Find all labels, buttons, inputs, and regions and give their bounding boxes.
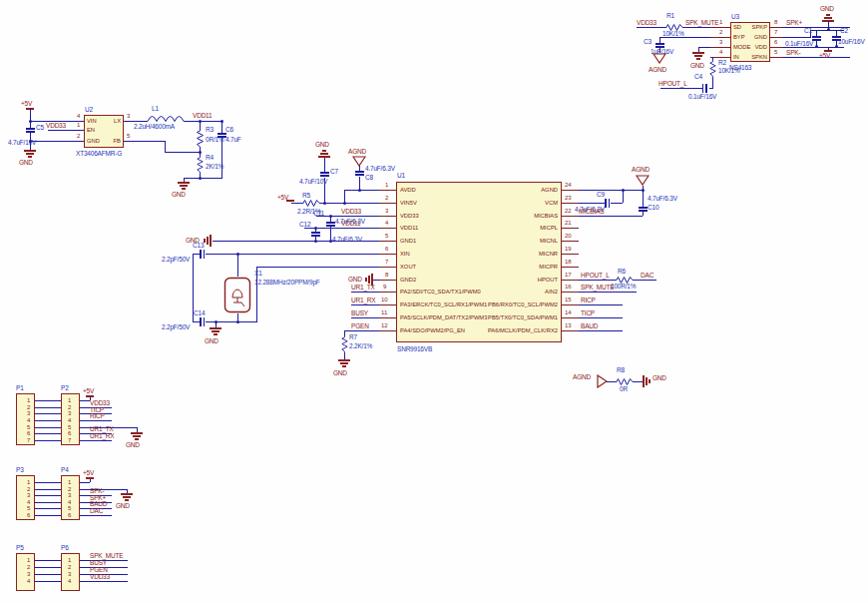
designator-c11: C11: [313, 210, 324, 217]
resistor-r4-icon[interactable]: [197, 156, 204, 174]
designator-c14: C14: [194, 309, 205, 316]
resistor-r3-icon[interactable]: [197, 129, 204, 149]
wire: [80, 420, 112, 421]
pin: [379, 228, 396, 229]
designator-r1: R1: [666, 12, 674, 19]
pin-number: 5: [27, 505, 30, 511]
capacitor-c13-icon[interactable]: [204, 250, 206, 259]
capacitor-c5-icon[interactable]: [26, 128, 35, 130]
value-c8: 4.7uF/6.3V: [365, 165, 395, 172]
resistor-r8-icon[interactable]: [615, 378, 635, 385]
pin: [770, 37, 782, 38]
capacitor-c7-icon[interactable]: [320, 175, 329, 177]
wire: [48, 130, 84, 131]
junction-dot: [835, 45, 838, 48]
connector-p1-body[interactable]: [16, 393, 35, 445]
wire: [35, 433, 61, 434]
designator-r7: R7: [349, 333, 357, 340]
capacitor-c8-icon[interactable]: [355, 171, 364, 173]
pin-number: 7: [774, 29, 777, 35]
junction-dot: [29, 120, 32, 123]
pin-number: 1: [27, 557, 30, 563]
capacitor-c1-icon[interactable]: [812, 36, 821, 38]
wire: [30, 109, 31, 128]
capacitor-c7-icon[interactable]: [320, 172, 329, 174]
net-label-5v: +5V: [277, 194, 288, 201]
inductor-l1-icon[interactable]: [148, 114, 184, 122]
capacitor-c14-icon[interactable]: [204, 317, 206, 326]
net-label-gnd: GND: [315, 141, 329, 148]
wire: [35, 508, 61, 509]
gnd-symbol-icon: [131, 432, 143, 434]
pin: [562, 203, 579, 204]
wire: [35, 482, 61, 483]
pin: [562, 216, 579, 217]
capacitor-c4-icon[interactable]: [705, 84, 707, 93]
capacitor-c14-icon[interactable]: [200, 317, 202, 326]
pin-number: 1: [68, 397, 71, 403]
connector-p5-body[interactable]: [16, 553, 35, 591]
pin: [379, 203, 396, 204]
net-label-agnd: AGND: [649, 66, 666, 73]
pin-number: 17: [565, 272, 572, 278]
agnd-symbol-icon: [352, 156, 366, 167]
gnd-symbol-icon: [646, 377, 648, 385]
resistor-r7-icon[interactable]: [341, 335, 348, 353]
pin-number: 8: [774, 19, 777, 25]
wire: [165, 141, 166, 152]
crystal-x1-icon[interactable]: [223, 277, 251, 313]
wire: [316, 216, 379, 217]
pin-name: VIN5V: [400, 200, 417, 206]
wire: [213, 241, 379, 242]
pin-number: 15: [565, 297, 572, 302]
pin-number: 3: [27, 571, 30, 577]
capacitor-c10-icon[interactable]: [639, 207, 648, 209]
capacitor-c11-icon[interactable]: [326, 222, 335, 224]
pin: [562, 241, 579, 242]
capacitor-c8-icon[interactable]: [355, 174, 364, 176]
designator-r5: R5: [302, 192, 310, 199]
resistor-r2-icon[interactable]: [709, 60, 716, 78]
net-label-vdd33: VDD33: [341, 208, 361, 215]
pin-number: 3: [68, 571, 71, 577]
wire: [80, 515, 112, 516]
pin: [379, 317, 396, 318]
pin-number: 18: [565, 259, 572, 265]
capacitor-c9-icon[interactable]: [605, 199, 607, 208]
designator-c13: C13: [193, 242, 204, 249]
connector-p3-body[interactable]: [16, 475, 35, 520]
gnd-symbol-icon: [121, 493, 133, 495]
net-label-gnd: GND: [19, 159, 33, 166]
wire: [637, 27, 664, 28]
capacitor-c6-icon[interactable]: [217, 133, 226, 135]
pin: [710, 27, 730, 28]
net-label-spk-minus: SPK-: [786, 49, 800, 56]
pin-number: 5: [68, 505, 71, 511]
designator-r8: R8: [617, 366, 625, 373]
junction-dot: [199, 177, 202, 180]
value-c2: 10uF/16V: [838, 38, 865, 45]
capacitor-c12-icon[interactable]: [311, 232, 320, 234]
pin: [379, 267, 396, 268]
capacitor-c9-icon[interactable]: [609, 199, 611, 208]
capacitor-c3-icon[interactable]: [655, 43, 664, 45]
designator-x1: X1: [254, 270, 262, 277]
pin-number: 4: [719, 49, 722, 55]
wire: [80, 482, 90, 483]
pin-number: 4: [27, 578, 30, 584]
pin: [379, 216, 396, 217]
net-label-ticp: TICP: [581, 309, 595, 316]
pin-number: 6: [774, 39, 777, 45]
capacitor-c13-icon[interactable]: [200, 250, 202, 259]
gnd-symbol-icon: [135, 438, 139, 440]
wire: [344, 330, 379, 331]
pin-name: PB5/TX0/TC0_SDA/PWM1: [428, 314, 558, 320]
pin-name: LX: [100, 118, 121, 124]
net-label-spk-mute: SPK_MUTE: [685, 19, 718, 26]
net-label-spk-mute: SPK_MUTE: [581, 284, 614, 291]
pin-name: FB: [100, 138, 121, 144]
pin-number: 5: [127, 133, 130, 139]
resistor-r5-icon[interactable]: [301, 200, 321, 207]
net-label-busy: BUSY: [90, 559, 107, 566]
net-label-gnd: GND: [172, 191, 186, 198]
